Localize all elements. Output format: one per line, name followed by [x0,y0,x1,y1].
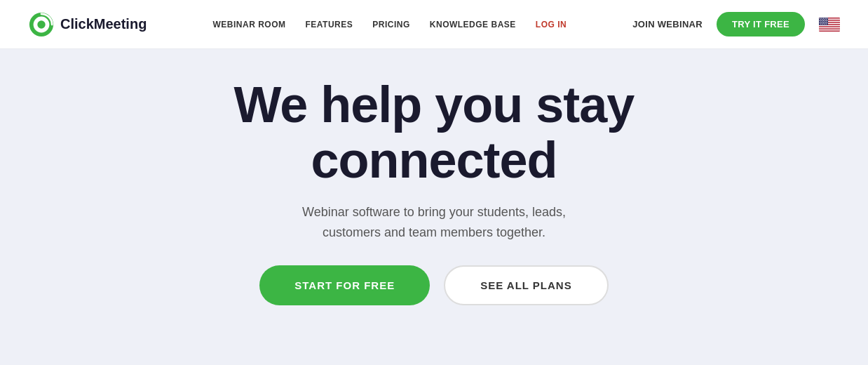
nav-login[interactable]: LOG IN [536,20,567,29]
logo-text: ClickMeeting [60,16,147,32]
svg-point-17 [822,19,823,20]
svg-point-23 [825,20,825,20]
nav-webinar-room[interactable]: WEBINAR ROOM [213,20,286,29]
svg-point-26 [822,21,823,22]
navbar: ClickMeeting WEBINAR ROOM FEATURES PRICI… [0,0,868,49]
svg-point-37 [826,23,827,24]
svg-point-25 [820,21,821,22]
join-webinar-link[interactable]: JOIN WEBINAR [632,19,703,29]
language-flag-icon[interactable] [819,17,840,32]
svg-point-22 [823,20,824,20]
svg-point-34 [820,23,821,24]
svg-rect-8 [819,27,840,28]
start-for-free-button[interactable]: START FOR FREE [259,265,430,305]
svg-point-15 [827,18,827,18]
svg-point-16 [820,19,821,20]
svg-rect-7 [819,25,840,26]
svg-point-2 [37,20,45,28]
svg-point-18 [824,19,825,20]
svg-point-27 [824,21,825,22]
svg-point-29 [820,22,820,23]
hero-section: We help you stay connected Webinar softw… [0,49,868,326]
nav-knowledge-base[interactable]: KNOWLEDGE BASE [430,20,516,29]
svg-rect-9 [819,29,840,30]
svg-point-14 [825,18,825,18]
nav-pricing[interactable]: PRICING [372,20,410,29]
svg-point-30 [821,22,822,23]
logo-icon [28,11,55,38]
svg-point-32 [825,22,825,23]
svg-point-11 [820,18,820,18]
svg-point-21 [821,20,822,20]
see-all-plans-button[interactable]: SEE ALL PLANS [444,265,609,305]
hero-heading-line2: connected [311,133,557,188]
svg-point-28 [826,21,827,22]
logo-link[interactable]: ClickMeeting [28,11,147,38]
hero-subtitle: Webinar software to bring your students,… [302,202,566,243]
nav-right: JOIN WEBINAR TRY IT FREE [632,12,840,36]
hero-buttons: START FOR FREE SEE ALL PLANS [259,265,608,305]
svg-point-20 [820,20,820,20]
svg-point-31 [823,22,824,23]
hero-heading: We help you stay connected [234,77,635,188]
svg-point-36 [824,23,825,24]
try-it-free-button[interactable]: TRY IT FREE [717,12,805,36]
svg-point-24 [827,20,827,20]
hero-heading-line1: We help you stay [234,77,635,133]
svg-point-12 [821,18,822,18]
nav-links: WEBINAR ROOM FEATURES PRICING KNOWLEDGE … [213,20,567,29]
svg-point-13 [823,18,824,18]
svg-point-35 [822,23,823,24]
svg-point-33 [827,22,827,23]
nav-features[interactable]: FEATURES [306,20,353,29]
svg-point-19 [826,19,827,20]
